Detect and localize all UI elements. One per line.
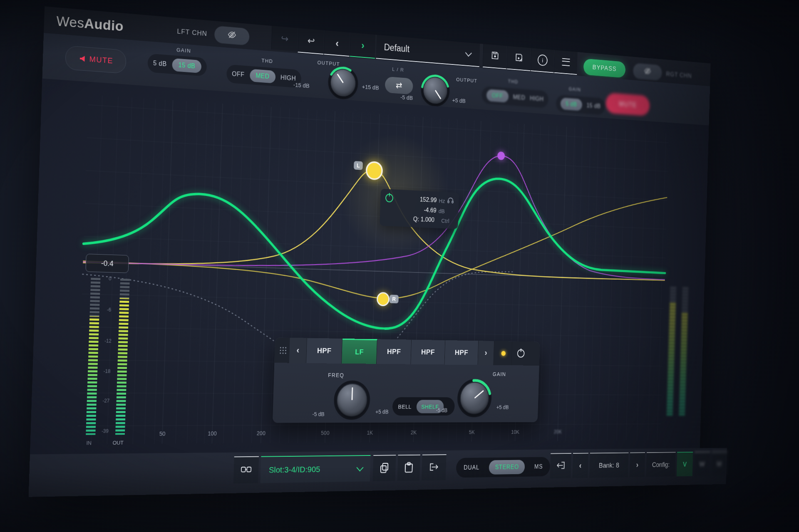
right-output-knob[interactable] <box>420 73 450 108</box>
preset-name: Default <box>384 42 409 54</box>
input-meter-bar <box>86 278 100 435</box>
left-thd-label: THD <box>261 57 273 64</box>
input-meter-label: IN <box>86 440 92 446</box>
gain-option-5db[interactable]: 5 dB <box>561 98 583 111</box>
right-channel-label: RGT CHN <box>666 70 692 79</box>
channel-mode-toggle[interactable]: DUAL STEREO MS <box>456 457 551 478</box>
band-tab-lf[interactable]: LF <box>342 339 377 364</box>
bypass-button[interactable]: BYPASS <box>583 59 626 78</box>
info-icon: i <box>538 54 548 66</box>
right-level-meters <box>666 287 691 421</box>
drag-handle-icon[interactable] <box>279 346 287 354</box>
bank-display: Bank: 8 <box>589 453 628 478</box>
thd-option-high[interactable]: HIGH <box>530 95 544 103</box>
band-active-led <box>501 351 506 356</box>
band-prev-button[interactable]: ‹ <box>289 338 307 363</box>
import-button[interactable] <box>550 453 572 478</box>
copy-button[interactable] <box>372 455 396 481</box>
tooltip-q-value: Q: 1.000 <box>413 215 434 223</box>
level-meter-block: -0.4 0 -6 -12 -18 -27 -39 IN OUT <box>78 254 143 451</box>
menu-button[interactable] <box>554 50 578 75</box>
hardware-connection-button[interactable] <box>233 456 259 484</box>
plugin-window: WesAudio LFT CHN ↪ ↩ ‹ › Default <box>29 6 711 497</box>
right-channel-visibility-button[interactable] <box>633 63 662 81</box>
output-meter-bar <box>115 279 130 435</box>
left-thd-switch[interactable]: OFF MED HIGH <box>226 64 301 88</box>
scene-background: WesAudio LFT CHN ↪ ↩ ‹ › Default <box>0 0 799 532</box>
mode-option-dual[interactable]: DUAL <box>459 464 484 471</box>
mode-option-ms[interactable]: MS <box>530 463 547 470</box>
speaker-icon <box>78 54 86 62</box>
slot-selector[interactable]: Slot:3-4/ID:905 <box>260 455 370 483</box>
left-gain-switch[interactable]: 5 dB 15 dB <box>147 53 207 76</box>
right-mute-button[interactable]: MUTE <box>605 92 650 116</box>
right-output-label: OUTPUT <box>456 77 477 84</box>
band-gain-max: +5 dB <box>496 404 509 410</box>
left-output-min: -15 dB <box>293 81 310 89</box>
redo-button[interactable]: ↪ <box>271 26 298 52</box>
chevron-right-icon: › <box>361 40 365 50</box>
paste-icon <box>403 462 414 475</box>
info-button[interactable]: i <box>531 48 554 73</box>
swap-icon: ⇄ <box>396 80 402 91</box>
band-tab-hpf-1[interactable]: HPF <box>306 338 342 364</box>
export-icon <box>429 461 439 474</box>
band-freq-min: -5 dB <box>312 411 325 417</box>
meter-readout: -0.4 <box>85 254 129 273</box>
export-button[interactable] <box>422 454 447 480</box>
undo-button[interactable]: ↩ <box>298 28 324 54</box>
bank-prev-button[interactable]: ‹ <box>572 453 588 478</box>
preset-prev-button[interactable]: ‹ <box>324 30 350 57</box>
left-channel-visibility-button[interactable] <box>214 25 250 46</box>
lr-label: L / R <box>392 66 404 73</box>
copy-icon <box>379 462 390 475</box>
headphones-icon <box>447 197 454 205</box>
redo-icon: ↪ <box>281 33 289 45</box>
lr-swap-button[interactable]: ⇄ <box>385 77 413 95</box>
left-mute-button[interactable]: MUTE <box>65 45 127 74</box>
band-tab-hpf-3[interactable]: HPF <box>411 340 445 365</box>
band-tab-hpf-2[interactable]: HPF <box>377 339 412 364</box>
mode-option-stereo[interactable]: STEREO <box>489 460 525 474</box>
gain-option-5db[interactable]: 5 dB <box>153 59 167 68</box>
thd-option-off[interactable]: OFF <box>232 70 245 78</box>
config-tab-v[interactable]: V <box>677 452 693 476</box>
brand-logo: WesAudio <box>56 13 124 35</box>
save-preset-button[interactable] <box>483 44 507 69</box>
paste-button[interactable] <box>397 455 420 481</box>
preset-next-button[interactable]: › <box>350 32 375 59</box>
right-output-min: -5 dB <box>400 94 413 101</box>
band-freq-max: +5 dB <box>375 408 389 415</box>
bank-next-button[interactable]: › <box>630 452 645 477</box>
chevron-down-icon <box>465 49 472 57</box>
output-meter-label: OUT <box>112 440 124 446</box>
left-channel-label: LFT CHN <box>177 27 207 38</box>
import-icon <box>556 460 566 473</box>
band-next-button[interactable]: › <box>478 341 494 365</box>
shape-option-bell[interactable]: BELL <box>395 403 415 410</box>
gain-option-15db[interactable]: 15 dB <box>172 58 201 73</box>
node-tooltip: 152.99 Hz -4.69 dB Q: 1.000 Ctrl <box>380 189 459 229</box>
thd-option-off[interactable]: OFF <box>486 89 509 103</box>
thd-option-med[interactable]: MED <box>513 94 526 101</box>
band-control-panel: ‹ HPF LF HPF HPF HPF › FREQ -5 dB +5 dB … <box>273 337 540 423</box>
left-output-knob[interactable] <box>327 65 359 101</box>
chevron-down-icon <box>356 464 363 471</box>
config-tab-m[interactable]: M <box>711 451 727 476</box>
band-gain-knob[interactable] <box>457 379 493 418</box>
save-as-preset-button[interactable] <box>507 46 531 71</box>
band-freq-knob[interactable] <box>333 380 371 421</box>
right-gain-label: GAIN <box>569 86 581 93</box>
config-tab-w[interactable]: W <box>694 452 710 476</box>
band-gain-min: -5 dB <box>436 407 448 413</box>
band-tab-hpf-4[interactable]: HPF <box>444 340 479 365</box>
band-power-button[interactable] <box>511 341 530 366</box>
right-gain-switch[interactable]: 5 dB 15 dB <box>556 95 605 115</box>
gain-option-15db[interactable]: 15 dB <box>586 102 600 109</box>
power-icon <box>517 349 525 358</box>
save-as-icon <box>514 52 523 64</box>
thd-option-med[interactable]: MED <box>250 69 276 84</box>
eye-off-icon <box>643 67 653 77</box>
right-thd-switch[interactable]: OFF MED HIGH <box>481 86 548 108</box>
right-thd-label: THD <box>508 78 518 84</box>
